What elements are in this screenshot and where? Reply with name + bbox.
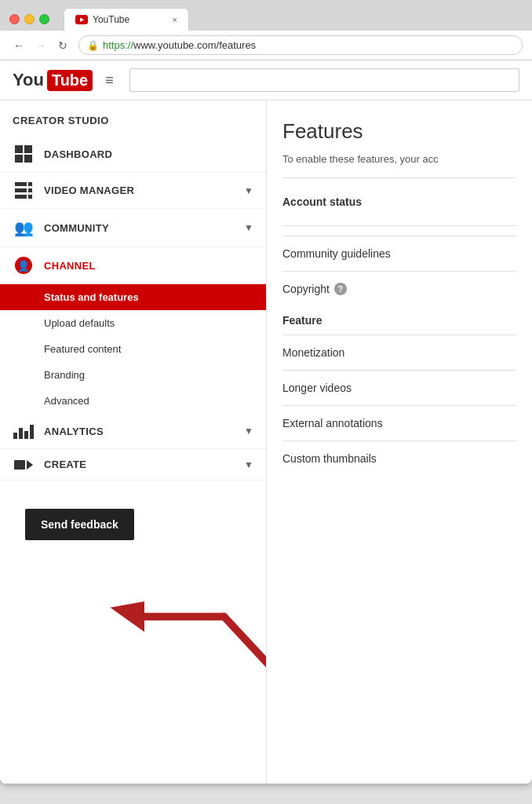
copyright-label: Copyright	[282, 283, 330, 295]
community-guidelines-label: Community guidelines	[282, 247, 391, 260]
sidebar: CREATOR STUDIO DASHBOARD	[0, 100, 267, 784]
sidebar-item-create[interactable]: CREATE ▼	[0, 449, 266, 481]
external-annotations-label: External annotations	[282, 417, 383, 429]
sidebar-item-channel[interactable]: 👤 CHANNEL	[0, 247, 266, 284]
community-guidelines-item: Community guidelines	[282, 236, 516, 271]
analytics-label: ANALYTICS	[44, 426, 244, 437]
sidebar-item-analytics[interactable]: ANALYTICS ▼	[0, 414, 266, 449]
sidebar-item-dashboard[interactable]: DASHBOARD	[0, 136, 266, 173]
video-manager-icon	[13, 182, 35, 199]
maximize-button[interactable]	[39, 14, 49, 24]
analytics-chevron: ▼	[244, 426, 253, 437]
youtube-favicon	[75, 15, 88, 24]
account-status-label: Account status	[282, 188, 516, 216]
subitem-upload-defaults[interactable]: Upload defaults	[0, 310, 266, 336]
url-bar[interactable]: 🔒 https://www.youtube.com/features	[78, 35, 523, 55]
tab-bar: YouTube ×	[64, 8, 523, 31]
minimize-button[interactable]	[24, 14, 35, 24]
dashboard-icon	[13, 145, 35, 163]
sidebar-item-video-manager[interactable]: VIDEO MANAGER ▼	[0, 173, 266, 209]
custom-thumbnails-label: Custom thumbnails	[282, 452, 377, 465]
custom-thumbnails-item: Custom thumbnails	[282, 440, 516, 476]
svg-line-1	[224, 616, 267, 722]
forward-button[interactable]: →	[31, 36, 50, 55]
back-button[interactable]: ←	[9, 36, 28, 55]
page-content: You Tube ≡ CREATOR STUDIO DASHBOARD	[0, 60, 532, 784]
copyright-help-icon[interactable]: ?	[334, 283, 347, 295]
monetization-item: Monetization	[282, 334, 516, 370]
tab-title: YouTube	[93, 14, 129, 25]
nav-buttons: ← → ↻	[9, 36, 72, 55]
title-bar: YouTube ×	[0, 0, 532, 31]
channel-label: CHANNEL	[44, 260, 253, 272]
yt-header: You Tube ≡	[0, 60, 532, 100]
ssl-icon: 🔒	[87, 40, 99, 51]
video-manager-chevron: ▼	[244, 185, 253, 196]
create-icon	[13, 460, 35, 470]
url-protocol: https://	[103, 39, 133, 51]
logo-you: You	[13, 70, 44, 90]
sidebar-item-community[interactable]: 👥 COMMUNITY ▼	[0, 209, 266, 247]
address-bar: ← → ↻ 🔒 https://www.youtube.com/features	[0, 31, 532, 60]
channel-subitems: Status and features Upload defaults Feat…	[0, 284, 266, 414]
community-chevron: ▼	[244, 222, 253, 233]
url-domain: www.youtube.com/features	[133, 39, 256, 51]
external-annotations-item: External annotations	[282, 405, 516, 440]
subitem-branding[interactable]: Branding	[0, 362, 266, 388]
tab-close-button[interactable]: ×	[173, 15, 177, 24]
url-text: https://www.youtube.com/features	[103, 39, 256, 51]
analytics-icon	[13, 423, 35, 439]
svg-marker-2	[111, 601, 145, 632]
main-layout: CREATOR STUDIO DASHBOARD	[0, 100, 532, 784]
browser-window: YouTube × ← → ↻ 🔒 https://www.youtube.co…	[0, 0, 532, 784]
close-button[interactable]	[9, 14, 20, 24]
yt-logo[interactable]: You Tube	[13, 70, 93, 91]
logo-tube: Tube	[47, 70, 93, 91]
longer-videos-label: Longer videos	[282, 382, 352, 394]
subitem-featured-content[interactable]: Featured content	[0, 336, 266, 362]
subitem-status-features[interactable]: Status and features	[0, 284, 266, 310]
copyright-item: Copyright ?	[282, 271, 516, 306]
search-input[interactable]	[129, 68, 519, 92]
community-icon: 👥	[13, 218, 35, 237]
send-feedback-wrapper: Send feedback	[0, 481, 266, 568]
tab-favicon	[75, 13, 88, 26]
divider-1	[282, 177, 516, 178]
create-label: CREATE	[44, 459, 244, 470]
send-feedback-button[interactable]: Send feedback	[25, 509, 134, 540]
monetization-label: Monetization	[282, 346, 344, 359]
longer-videos-item: Longer videos	[282, 370, 516, 405]
community-label: COMMUNITY	[44, 222, 244, 234]
active-tab[interactable]: YouTube ×	[64, 8, 189, 31]
video-manager-label: VIDEO MANAGER	[44, 185, 244, 196]
main-content: Features To enable these features, your …	[267, 100, 532, 784]
menu-icon[interactable]: ≡	[105, 72, 114, 89]
feature-label: Feature	[282, 306, 516, 334]
dashboard-label: DASHBOARD	[44, 148, 253, 160]
creator-studio-label: CREATOR STUDIO	[0, 100, 266, 136]
subitem-advanced[interactable]: Advanced	[0, 388, 266, 414]
traffic-lights	[9, 14, 49, 24]
features-title: Features	[282, 119, 516, 144]
create-chevron: ▼	[244, 459, 253, 470]
divider-2	[282, 225, 516, 226]
channel-icon: 👤	[13, 257, 35, 274]
reload-button[interactable]: ↻	[53, 36, 72, 55]
features-description: To enable these features, your acc	[282, 153, 516, 165]
